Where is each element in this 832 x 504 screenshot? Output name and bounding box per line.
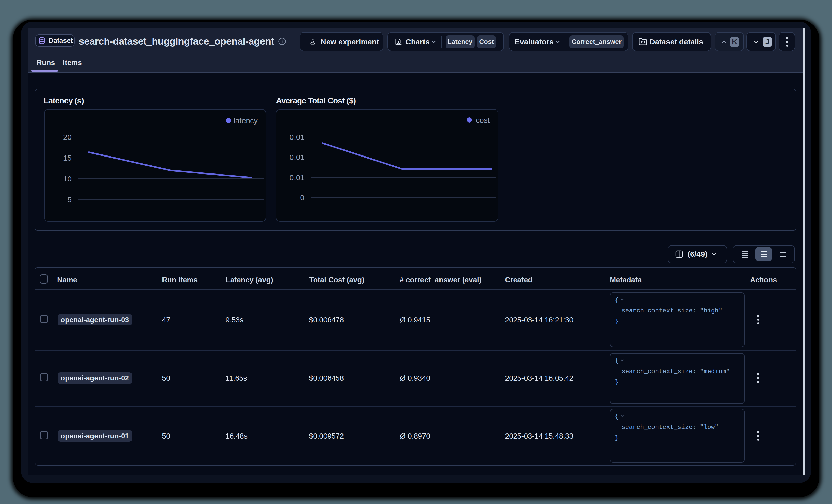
svg-text:5: 5	[67, 195, 72, 204]
svg-text:0.01: 0.01	[290, 173, 305, 181]
svg-text:20: 20	[63, 133, 72, 141]
svg-text:cost: cost	[476, 116, 490, 124]
svg-text:0.01: 0.01	[290, 153, 305, 161]
svg-text:latency: latency	[234, 116, 258, 125]
svg-text:0.01: 0.01	[290, 133, 305, 141]
svg-text:10: 10	[63, 174, 72, 183]
svg-text:0: 0	[300, 193, 305, 202]
svg-text:15: 15	[63, 154, 72, 162]
